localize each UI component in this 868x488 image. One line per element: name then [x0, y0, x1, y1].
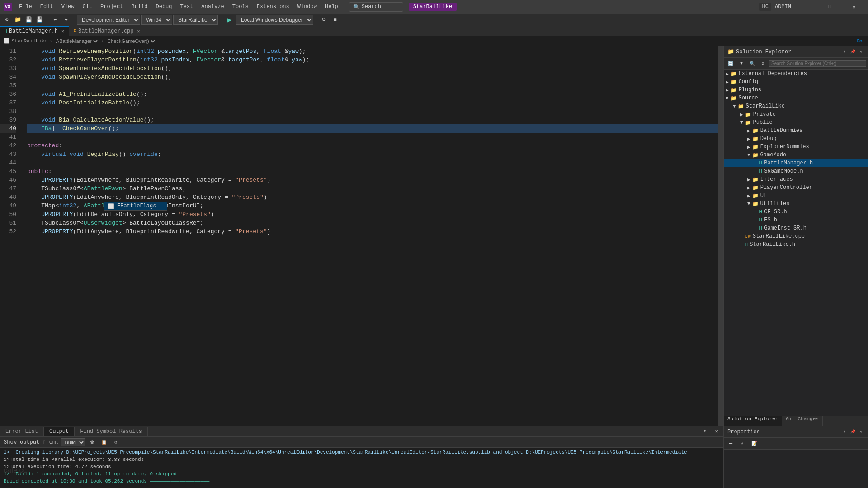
- tree-cf-sr-h[interactable]: H CF_SR.h: [724, 208, 868, 216]
- tab-icon-1: H: [5, 29, 7, 34]
- tree-playercontroller[interactable]: ▶ 📁 PlayerController: [724, 183, 868, 192]
- props-btn-1[interactable]: ☰: [726, 439, 736, 449]
- autocomplete-item-1[interactable]: ⬜ EBattleFlags: [104, 202, 167, 210]
- se-collapse-btn[interactable]: ▼: [736, 59, 746, 69]
- menu-test[interactable]: Test: [177, 3, 197, 11]
- code-content[interactable]: void RetrieveEnemyPosition(int32 posInde…: [20, 46, 718, 426]
- props-float-btn[interactable]: ⬆: [841, 428, 848, 436]
- menu-file[interactable]: File: [15, 3, 36, 11]
- output-close-btn[interactable]: ✕: [712, 427, 722, 436]
- menu-git[interactable]: Git: [79, 3, 96, 11]
- tree-battledummies[interactable]: ▶ 📁 BattleDummies: [724, 127, 868, 135]
- platform-dropdown[interactable]: Win64: [141, 15, 172, 25]
- se-pin-btn[interactable]: 📌: [849, 48, 856, 56]
- tab-close-1[interactable]: ✕: [61, 28, 64, 34]
- menu-edit[interactable]: Edit: [37, 3, 57, 11]
- props-close-btn[interactable]: ✕: [857, 428, 864, 436]
- tree-gameinst-sr-h[interactable]: H GameInst_SR.h: [724, 224, 868, 232]
- h-file-icon: H: [745, 242, 748, 247]
- tree-private[interactable]: ▶ 📁 Private: [724, 110, 868, 118]
- tab-error-list[interactable]: Error List: [0, 427, 44, 436]
- menu-analyze[interactable]: Analyze: [198, 3, 227, 11]
- debug-dropdown[interactable]: Local Windows Debugger: [236, 15, 313, 25]
- output-line-1: 1> Creating library D:\UEProjects\UE5_Pr…: [4, 449, 720, 456]
- maximize-button[interactable]: □: [819, 0, 840, 14]
- se-float-btn[interactable]: ⬆: [841, 48, 848, 56]
- output-settings-btn[interactable]: ⚙: [111, 437, 121, 447]
- se-close-btn[interactable]: ✕: [857, 48, 864, 56]
- se-search-btn[interactable]: 🔍: [747, 59, 757, 69]
- tree-debug[interactable]: ▶ 📁 Debug: [724, 135, 868, 143]
- tree-utilities[interactable]: ▼ 📁 Utilities: [724, 200, 868, 208]
- tab-battlemanager-cpp[interactable]: C BattleManager.cpp ✕: [69, 26, 145, 36]
- tree-es-h[interactable]: H ES.h: [724, 216, 868, 224]
- toolbar-btn-6[interactable]: ■: [330, 15, 340, 25]
- method-selector[interactable]: CheckGameOver(): [105, 38, 156, 44]
- menu-debug[interactable]: Debug: [152, 3, 175, 11]
- tree-explorerdummies[interactable]: ▶ 📁 ExplorerDummies: [724, 143, 868, 151]
- output-line-2: 1>Total time in Parallel executor: 3.83 …: [4, 456, 720, 463]
- title-right: HC ADMIN — □ ✕: [760, 0, 864, 14]
- minimize-button[interactable]: —: [795, 0, 816, 14]
- tab-label-1: BattleManager.h: [9, 28, 58, 34]
- bottom-panel: Error List Output Find Symbol Results ⬆ …: [0, 426, 723, 488]
- toolbar-btn-4[interactable]: 💾: [34, 15, 44, 25]
- tree-ui[interactable]: ▶ 📁 UI: [724, 192, 868, 200]
- tab-battlemanager-h[interactable]: H BattleManager.h ✕: [0, 26, 69, 36]
- tree-interfaces[interactable]: ▶ 📁 Interfaces: [724, 175, 868, 183]
- props-btn-2[interactable]: ⚡: [737, 439, 747, 449]
- line-numbers: 3132333435 36373839 40 4142434445 464748…: [0, 46, 20, 426]
- output-float-btn[interactable]: ⬆: [700, 427, 710, 436]
- output-source-dropdown[interactable]: Build: [61, 438, 85, 446]
- se-settings-btn[interactable]: ⚙: [758, 59, 768, 69]
- search-bar[interactable]: 🔍 Search: [349, 2, 403, 12]
- tree-config[interactable]: ▶ 📁 Config: [724, 78, 868, 86]
- toolbar-btn-2[interactable]: 📁: [13, 15, 23, 25]
- props-pin-btn[interactable]: 📌: [849, 428, 856, 436]
- editor-scrollbar[interactable]: [718, 46, 723, 426]
- tree-external-deps[interactable]: ▶ 📁 External Dependencies: [724, 70, 868, 78]
- menu-project[interactable]: Project: [97, 3, 127, 11]
- solution-dropdown[interactable]: StarRailLike: [173, 15, 218, 25]
- tree-source[interactable]: ▼ 📁 Source: [724, 94, 868, 102]
- menu-tools[interactable]: Tools: [229, 3, 252, 11]
- redo-button[interactable]: ↪: [61, 15, 71, 25]
- solution-tree: ▶ 📁 External Dependencies ▶ 📁 Config ▶ 📁…: [724, 70, 868, 416]
- toolbar-btn-3[interactable]: 💾: [24, 15, 33, 25]
- toolbar-btn-5[interactable]: ⟳: [319, 15, 329, 25]
- tab-find-symbol[interactable]: Find Symbol Results: [75, 427, 148, 436]
- menu-build[interactable]: Build: [127, 3, 151, 11]
- props-btn-3[interactable]: 📝: [749, 439, 759, 449]
- tab-se-solution[interactable]: Solution Explorer: [724, 416, 782, 426]
- run-button[interactable]: ▶: [224, 16, 235, 24]
- se-search-input[interactable]: [769, 60, 866, 67]
- config-dropdown[interactable]: Development Editor: [77, 15, 140, 25]
- output-clear-btn[interactable]: 🗑: [87, 437, 97, 447]
- close-button[interactable]: ✕: [844, 0, 864, 14]
- expand-icon: ▶: [747, 185, 750, 191]
- undo-button[interactable]: ↩: [50, 15, 60, 25]
- tree-starraillike-h[interactable]: H StarRailLike.h: [724, 240, 868, 249]
- tree-plugins[interactable]: ▶ 📁 Plugins: [724, 86, 868, 94]
- tree-public[interactable]: ▼ 📁 Public: [724, 118, 868, 127]
- tree-battlemanager-h[interactable]: H BattleManager.h: [724, 159, 868, 167]
- menu-window[interactable]: Window: [294, 3, 321, 11]
- autocomplete-popup[interactable]: ⬜ EBattleFlags: [104, 202, 167, 211]
- class-selector[interactable]: ABattleManager: [54, 38, 99, 44]
- tree-starraillike[interactable]: ▼ 📁 StarRailLike: [724, 102, 868, 110]
- tree-gamemode[interactable]: ▼ 📁 GameMode: [724, 151, 868, 159]
- tab-se-git[interactable]: Git Changes: [782, 416, 823, 426]
- breadcrumb-project[interactable]: StarRailLike: [12, 38, 47, 44]
- se-sync-btn[interactable]: 🔄: [726, 59, 736, 69]
- tree-srgamemode-h[interactable]: H SRGameMode.h: [724, 167, 868, 175]
- menu-extensions[interactable]: Extensions: [253, 3, 293, 11]
- menu-help[interactable]: Help: [321, 3, 342, 11]
- folder-icon: 📁: [731, 71, 737, 77]
- output-copy-btn[interactable]: 📋: [99, 437, 109, 447]
- tree-builddata-cs[interactable]: C# StarRailLike.cpp: [724, 232, 868, 240]
- toolbar-btn-1[interactable]: ⚙: [2, 15, 12, 25]
- menu-view[interactable]: View: [58, 3, 78, 11]
- tab-close-2[interactable]: ✕: [137, 28, 140, 34]
- go-button[interactable]: Go: [854, 36, 864, 46]
- tab-output[interactable]: Output: [44, 427, 75, 436]
